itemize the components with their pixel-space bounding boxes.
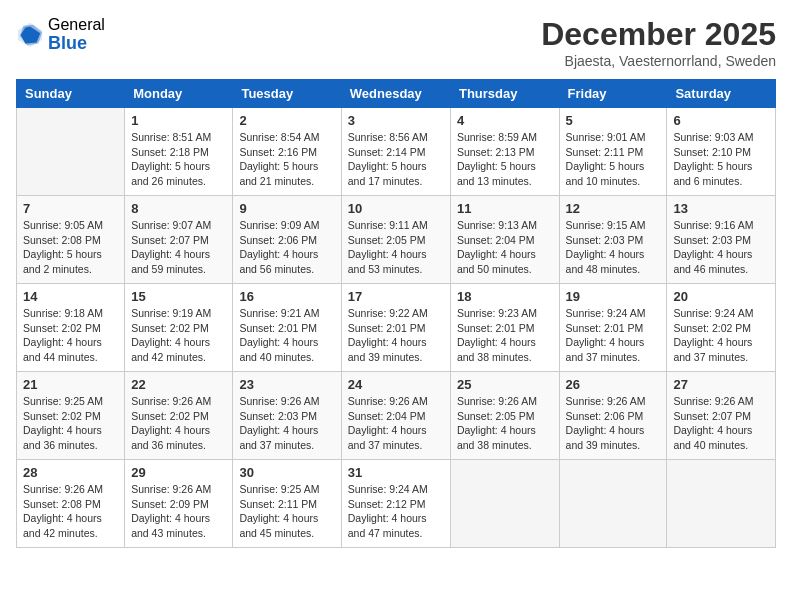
day-number: 2: [239, 113, 334, 128]
calendar-cell: 8Sunrise: 9:07 AM Sunset: 2:07 PM Daylig…: [125, 196, 233, 284]
weekday-header-sunday: Sunday: [17, 80, 125, 108]
day-number: 3: [348, 113, 444, 128]
logo-icon: [16, 21, 44, 49]
calendar-cell: 4Sunrise: 8:59 AM Sunset: 2:13 PM Daylig…: [450, 108, 559, 196]
week-row-1: 1Sunrise: 8:51 AM Sunset: 2:18 PM Daylig…: [17, 108, 776, 196]
day-info: Sunrise: 9:26 AM Sunset: 2:04 PM Dayligh…: [348, 394, 444, 453]
day-number: 21: [23, 377, 118, 392]
logo-blue: Blue: [48, 34, 105, 54]
day-number: 19: [566, 289, 661, 304]
day-info: Sunrise: 9:26 AM Sunset: 2:07 PM Dayligh…: [673, 394, 769, 453]
logo-text: General Blue: [48, 16, 105, 53]
day-number: 5: [566, 113, 661, 128]
calendar-cell: [17, 108, 125, 196]
day-number: 4: [457, 113, 553, 128]
day-info: Sunrise: 9:24 AM Sunset: 2:01 PM Dayligh…: [566, 306, 661, 365]
day-info: Sunrise: 8:54 AM Sunset: 2:16 PM Dayligh…: [239, 130, 334, 189]
day-number: 10: [348, 201, 444, 216]
calendar-cell: 25Sunrise: 9:26 AM Sunset: 2:05 PM Dayli…: [450, 372, 559, 460]
weekday-header-saturday: Saturday: [667, 80, 776, 108]
calendar-cell: 31Sunrise: 9:24 AM Sunset: 2:12 PM Dayli…: [341, 460, 450, 548]
month-title: December 2025: [541, 16, 776, 53]
calendar-cell: 14Sunrise: 9:18 AM Sunset: 2:02 PM Dayli…: [17, 284, 125, 372]
day-number: 18: [457, 289, 553, 304]
week-row-2: 7Sunrise: 9:05 AM Sunset: 2:08 PM Daylig…: [17, 196, 776, 284]
calendar-table: SundayMondayTuesdayWednesdayThursdayFrid…: [16, 79, 776, 548]
day-number: 27: [673, 377, 769, 392]
day-number: 29: [131, 465, 226, 480]
weekday-header-thursday: Thursday: [450, 80, 559, 108]
day-number: 20: [673, 289, 769, 304]
day-info: Sunrise: 9:15 AM Sunset: 2:03 PM Dayligh…: [566, 218, 661, 277]
day-info: Sunrise: 8:59 AM Sunset: 2:13 PM Dayligh…: [457, 130, 553, 189]
day-info: Sunrise: 9:24 AM Sunset: 2:02 PM Dayligh…: [673, 306, 769, 365]
day-info: Sunrise: 9:26 AM Sunset: 2:06 PM Dayligh…: [566, 394, 661, 453]
day-info: Sunrise: 9:11 AM Sunset: 2:05 PM Dayligh…: [348, 218, 444, 277]
calendar-cell: 29Sunrise: 9:26 AM Sunset: 2:09 PM Dayli…: [125, 460, 233, 548]
day-number: 30: [239, 465, 334, 480]
day-number: 17: [348, 289, 444, 304]
day-info: Sunrise: 9:26 AM Sunset: 2:08 PM Dayligh…: [23, 482, 118, 541]
day-info: Sunrise: 9:09 AM Sunset: 2:06 PM Dayligh…: [239, 218, 334, 277]
day-info: Sunrise: 9:23 AM Sunset: 2:01 PM Dayligh…: [457, 306, 553, 365]
calendar-cell: 26Sunrise: 9:26 AM Sunset: 2:06 PM Dayli…: [559, 372, 667, 460]
calendar-cell: 15Sunrise: 9:19 AM Sunset: 2:02 PM Dayli…: [125, 284, 233, 372]
day-number: 13: [673, 201, 769, 216]
calendar-cell: 2Sunrise: 8:54 AM Sunset: 2:16 PM Daylig…: [233, 108, 341, 196]
day-info: Sunrise: 9:22 AM Sunset: 2:01 PM Dayligh…: [348, 306, 444, 365]
day-info: Sunrise: 8:56 AM Sunset: 2:14 PM Dayligh…: [348, 130, 444, 189]
calendar-cell: 10Sunrise: 9:11 AM Sunset: 2:05 PM Dayli…: [341, 196, 450, 284]
day-number: 16: [239, 289, 334, 304]
day-info: Sunrise: 9:16 AM Sunset: 2:03 PM Dayligh…: [673, 218, 769, 277]
week-row-5: 28Sunrise: 9:26 AM Sunset: 2:08 PM Dayli…: [17, 460, 776, 548]
day-number: 22: [131, 377, 226, 392]
day-number: 26: [566, 377, 661, 392]
calendar-cell: 18Sunrise: 9:23 AM Sunset: 2:01 PM Dayli…: [450, 284, 559, 372]
weekday-header-friday: Friday: [559, 80, 667, 108]
day-number: 15: [131, 289, 226, 304]
calendar-cell: 13Sunrise: 9:16 AM Sunset: 2:03 PM Dayli…: [667, 196, 776, 284]
day-number: 25: [457, 377, 553, 392]
day-info: Sunrise: 8:51 AM Sunset: 2:18 PM Dayligh…: [131, 130, 226, 189]
calendar-cell: 21Sunrise: 9:25 AM Sunset: 2:02 PM Dayli…: [17, 372, 125, 460]
day-number: 24: [348, 377, 444, 392]
logo-general: General: [48, 16, 105, 34]
calendar-cell: 11Sunrise: 9:13 AM Sunset: 2:04 PM Dayli…: [450, 196, 559, 284]
calendar-cell: 30Sunrise: 9:25 AM Sunset: 2:11 PM Dayli…: [233, 460, 341, 548]
weekday-header-monday: Monday: [125, 80, 233, 108]
page-header: General Blue December 2025 Bjaesta, Vaes…: [16, 16, 776, 69]
calendar-cell: 5Sunrise: 9:01 AM Sunset: 2:11 PM Daylig…: [559, 108, 667, 196]
weekday-header-row: SundayMondayTuesdayWednesdayThursdayFrid…: [17, 80, 776, 108]
calendar-cell: 3Sunrise: 8:56 AM Sunset: 2:14 PM Daylig…: [341, 108, 450, 196]
day-number: 14: [23, 289, 118, 304]
day-number: 23: [239, 377, 334, 392]
calendar-cell: [450, 460, 559, 548]
day-info: Sunrise: 9:25 AM Sunset: 2:11 PM Dayligh…: [239, 482, 334, 541]
calendar-cell: 20Sunrise: 9:24 AM Sunset: 2:02 PM Dayli…: [667, 284, 776, 372]
weekday-header-tuesday: Tuesday: [233, 80, 341, 108]
day-number: 9: [239, 201, 334, 216]
calendar-cell: 19Sunrise: 9:24 AM Sunset: 2:01 PM Dayli…: [559, 284, 667, 372]
day-info: Sunrise: 9:19 AM Sunset: 2:02 PM Dayligh…: [131, 306, 226, 365]
day-info: Sunrise: 9:26 AM Sunset: 2:05 PM Dayligh…: [457, 394, 553, 453]
day-number: 7: [23, 201, 118, 216]
title-area: December 2025 Bjaesta, Vaesternorrland, …: [541, 16, 776, 69]
day-number: 6: [673, 113, 769, 128]
calendar-cell: 27Sunrise: 9:26 AM Sunset: 2:07 PM Dayli…: [667, 372, 776, 460]
calendar-cell: 16Sunrise: 9:21 AM Sunset: 2:01 PM Dayli…: [233, 284, 341, 372]
calendar-cell: 12Sunrise: 9:15 AM Sunset: 2:03 PM Dayli…: [559, 196, 667, 284]
day-number: 31: [348, 465, 444, 480]
day-info: Sunrise: 9:05 AM Sunset: 2:08 PM Dayligh…: [23, 218, 118, 277]
day-info: Sunrise: 9:13 AM Sunset: 2:04 PM Dayligh…: [457, 218, 553, 277]
calendar-cell: 22Sunrise: 9:26 AM Sunset: 2:02 PM Dayli…: [125, 372, 233, 460]
day-number: 8: [131, 201, 226, 216]
day-number: 28: [23, 465, 118, 480]
day-number: 11: [457, 201, 553, 216]
day-number: 12: [566, 201, 661, 216]
weekday-header-wednesday: Wednesday: [341, 80, 450, 108]
day-info: Sunrise: 9:24 AM Sunset: 2:12 PM Dayligh…: [348, 482, 444, 541]
day-info: Sunrise: 9:07 AM Sunset: 2:07 PM Dayligh…: [131, 218, 226, 277]
calendar-cell: 6Sunrise: 9:03 AM Sunset: 2:10 PM Daylig…: [667, 108, 776, 196]
week-row-4: 21Sunrise: 9:25 AM Sunset: 2:02 PM Dayli…: [17, 372, 776, 460]
day-number: 1: [131, 113, 226, 128]
